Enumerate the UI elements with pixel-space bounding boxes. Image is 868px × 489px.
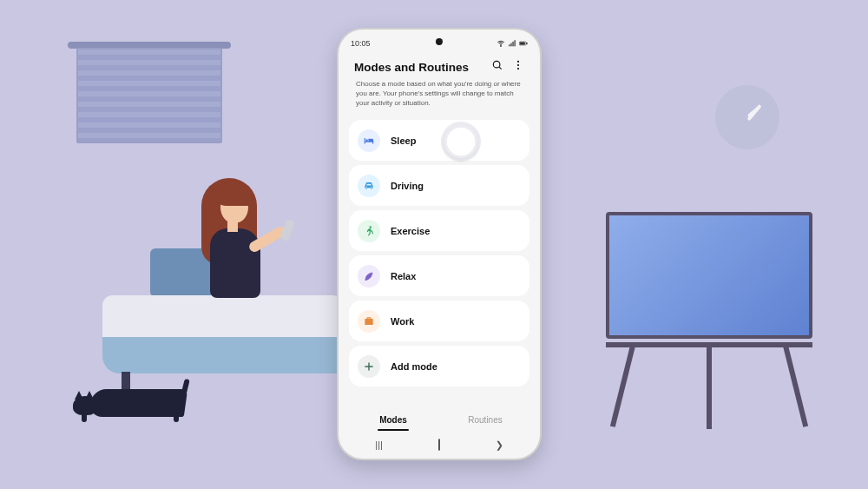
battery-icon [519,39,528,48]
plus-icon [358,355,380,378]
tab-modes[interactable]: Modes [347,405,439,434]
woman-illustration [174,169,312,317]
tab-routines-label: Routines [468,415,502,425]
screen-header: Modes and Routines Choose a mode based o… [347,56,531,120]
run-icon [358,220,380,242]
more-icon[interactable] [512,59,524,75]
android-navbar: ||| ❮ [349,436,529,453]
cat-illustration [73,372,203,424]
mode-card-work[interactable]: Work [349,301,529,341]
svg-rect-1 [509,44,510,46]
svg-point-0 [501,46,502,47]
status-bar: 10:05 [351,36,528,50]
modes-list: SleepDrivingExerciseRelaxWorkAdd mode [347,120,531,405]
svg-point-8 [493,61,500,68]
mode-label: Add mode [391,361,437,372]
svg-line-9 [499,67,502,69]
tab-routines[interactable]: Routines [439,405,531,434]
svg-rect-3 [512,42,513,46]
bed-icon [358,129,380,152]
svg-point-10 [517,61,519,63]
tv [606,212,812,339]
phone-frame: 10:05 Modes and Routines [337,28,542,460]
screen-title: Modes and Routines [354,61,469,74]
tv-stand [606,342,812,429]
wall-clock [715,85,779,149]
window-blinds [76,48,222,143]
svg-rect-7 [520,43,524,44]
mode-card-exercise[interactable]: Exercise [349,210,529,251]
leaf-icon [358,265,380,287]
nav-recents[interactable]: ||| [366,439,392,450]
signal-icon [508,39,516,48]
mode-label: Relax [391,271,416,281]
mode-card-driving[interactable]: Driving [349,165,529,206]
svg-rect-2 [510,43,511,47]
status-time: 10:05 [351,39,371,48]
bottom-tabs: Modes Routines [347,405,531,434]
mode-label: Driving [391,181,424,191]
mode-label: Exercise [391,226,430,236]
search-icon[interactable] [491,59,503,75]
mode-label: Work [391,316,414,327]
mode-label: Sleep [391,135,416,146]
wifi-icon [496,39,505,48]
car-icon [358,175,380,197]
tab-modes-label: Modes [379,415,407,425]
nav-home[interactable] [426,439,452,450]
nav-back[interactable]: ❮ [486,439,512,451]
svg-point-11 [517,64,519,66]
mode-card-add-mode[interactable]: Add mode [349,346,529,387]
mode-card-relax[interactable]: Relax [349,255,529,296]
svg-point-13 [370,226,372,228]
svg-rect-4 [515,40,516,46]
screen-subtitle: Choose a mode based on what you're doing… [354,75,524,115]
mode-card-sleep[interactable]: Sleep [349,120,529,161]
work-icon [358,310,380,333]
svg-point-12 [517,68,519,69]
svg-rect-6 [526,43,527,44]
